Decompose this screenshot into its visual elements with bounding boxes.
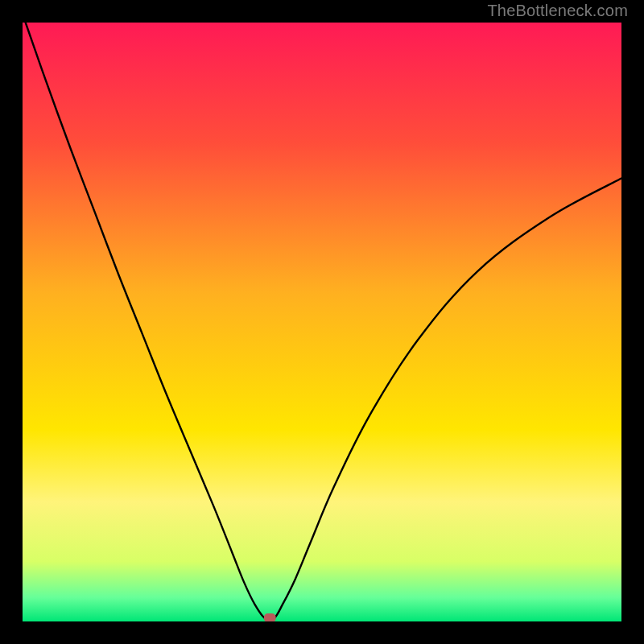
optimum-marker — [264, 613, 276, 621]
watermark-text: TheBottleneck.com — [487, 2, 628, 20]
outer-frame: TheBottleneck.com — [0, 0, 644, 644]
plot-area — [23, 23, 621, 621]
gradient-background — [23, 23, 621, 621]
chart-svg — [23, 23, 621, 621]
